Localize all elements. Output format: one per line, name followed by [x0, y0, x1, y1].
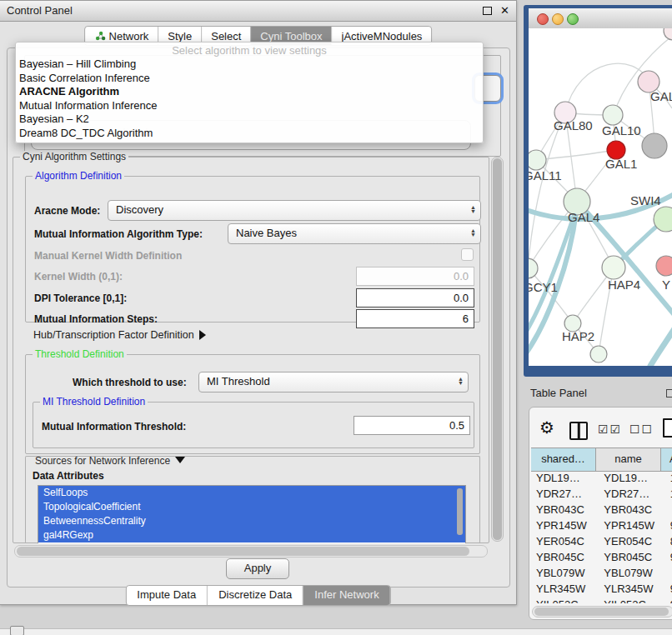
- node-label: GAL4: [568, 210, 599, 224]
- cyni-bottom-tabbar: Impute Data Discretize Data Infer Networ…: [125, 585, 390, 606]
- mi-threshold-definition-group: MI Threshold Definition Mutual Informati…: [33, 402, 474, 448]
- dpi-tolerance-field[interactable]: 0.0: [356, 288, 474, 308]
- which-threshold-label: Which threshold to use:: [73, 377, 187, 388]
- aracne-mode-select[interactable]: Discovery ▲▼: [108, 200, 481, 221]
- threshold-definition-group: Threshold Definition Which threshold to …: [25, 354, 480, 454]
- tab-discretize-data[interactable]: Discretize Data: [207, 586, 303, 605]
- mi-threshold-label: Mutual Information Threshold:: [42, 421, 186, 432]
- float-window-icon[interactable]: [666, 389, 672, 398]
- table-panel-title: Table Panel: [530, 387, 587, 399]
- table-row[interactable]: YBL079WYBL079W: [531, 565, 672, 581]
- node-label: SWI4: [630, 193, 661, 208]
- mi-type-select[interactable]: Naive Bayes ▲▼: [228, 223, 481, 244]
- node-label: GAL10: [602, 123, 641, 138]
- network-view-window: GAL80 GAL10 GAL1 GAL11 GAL4 SWI4 GCY1 HA…: [524, 5, 672, 377]
- mi-threshold-field[interactable]: 0.5: [354, 416, 470, 435]
- table-row[interactable]: YLR345WYLR345W9.: [531, 581, 672, 597]
- tab-impute-data[interactable]: Impute Data: [126, 586, 207, 605]
- float-window-icon[interactable]: [483, 7, 492, 15]
- gear-icon[interactable]: ⚙: [539, 418, 554, 438]
- table-row[interactable]: YBR043CYBR043C: [531, 502, 672, 518]
- manual-kernel-label: Manual Kernel Width Definition: [34, 250, 182, 262]
- node-cut-top[interactable]: [664, 28, 672, 40]
- manual-kernel-checkbox[interactable]: [461, 248, 474, 261]
- data-attributes-list[interactable]: SelfLoops TopologicalCoefficient Between…: [38, 485, 466, 543]
- algorithm-option[interactable]: Basic Correlation Inference: [16, 72, 483, 86]
- algorithm-definition-group: Algorithm Definition Aracne Mode: Discov…: [25, 176, 480, 322]
- node-hap4[interactable]: [602, 256, 625, 279]
- algorithm-prompt: Select algorithm to view settings: [16, 43, 483, 58]
- table-row[interactable]: YER054CYER054C8.: [531, 533, 672, 549]
- settings-horizontal-scrollbar[interactable]: [14, 545, 488, 558]
- node-cut-bottom[interactable]: [590, 346, 607, 362]
- list-item[interactable]: BetweennessCentrality: [38, 514, 465, 528]
- table-row[interactable]: YDR27…YDR27…12: [531, 486, 672, 502]
- algorithm-option[interactable]: Mutual Information Inference: [16, 99, 483, 113]
- hub-tf-definition-toggle[interactable]: Hub/Transcription Factor Definition: [33, 329, 206, 341]
- node-gal10[interactable]: [603, 105, 623, 125]
- list-item[interactable]: TopologicalCoefficient: [38, 500, 465, 514]
- zoom-traffic-light-icon[interactable]: [567, 13, 579, 25]
- node-label: Y: [662, 278, 670, 292]
- algorithm-option[interactable]: Bayesian – Hill Climbing: [16, 58, 483, 72]
- algorithm-option-selected[interactable]: ARACNE Algorithm: [16, 85, 483, 99]
- panel-restore-icon[interactable]: [10, 626, 24, 635]
- node-label: HAP2: [562, 329, 594, 343]
- tab-infer-network[interactable]: Infer Network: [303, 586, 389, 605]
- column-header-name[interactable]: name: [596, 448, 661, 471]
- algorithm-option[interactable]: Bayesian – K2: [16, 112, 483, 127]
- collapse-down-icon: [175, 457, 185, 463]
- close-icon[interactable]: ✕: [500, 3, 509, 18]
- table-row[interactable]: YDL19…YDL19…13: [531, 470, 672, 486]
- which-threshold-select[interactable]: MI Threshold ▲▼: [198, 372, 469, 392]
- sources-title[interactable]: Sources for Network Inference: [33, 456, 188, 467]
- split-columns-icon[interactable]: [569, 422, 588, 440]
- network-graph: GAL80 GAL10 GAL1 GAL11 GAL4 SWI4 GCY1 HA…: [529, 28, 672, 366]
- settings-vertical-scrollbar[interactable]: [491, 157, 504, 542]
- list-item[interactable]: SelfLoops: [38, 486, 465, 500]
- node-gal11[interactable]: [529, 150, 546, 170]
- network-window-titlebar: [529, 8, 672, 29]
- aracne-mode-label: Aracne Mode:: [34, 205, 100, 217]
- list-scrollbar[interactable]: [457, 488, 463, 535]
- node-label: GAL1: [605, 157, 637, 171]
- control-panel-titlebar: Control Panel ✕: [0, 1, 516, 22]
- expand-right-icon: [199, 330, 206, 340]
- deselect-all-checkboxes-icon[interactable]: ☐☐: [629, 422, 654, 436]
- mi-type-label: Mutual Information Algorithm Type:: [34, 228, 203, 240]
- close-traffic-light-icon[interactable]: [537, 13, 549, 25]
- table-panel: ⚙ ☑☑ ☐☐ shared… name A YDL19…YDL19…13 YD…: [529, 407, 672, 620]
- control-panel-window: Control Panel ✕ Network Style Select Cyn…: [0, 0, 517, 605]
- kernel-width-field[interactable]: 0.0: [356, 267, 474, 286]
- minimize-traffic-light-icon[interactable]: [552, 13, 564, 25]
- node-label: GAL: [650, 89, 672, 103]
- node-gcy1[interactable]: [529, 258, 538, 278]
- table-row[interactable]: YIL052CYIL052C9.: [531, 597, 672, 603]
- network-canvas[interactable]: GAL80 GAL10 GAL1 GAL11 GAL4 SWI4 GCY1 HA…: [529, 28, 672, 366]
- column-header-cut[interactable]: A: [661, 448, 672, 471]
- node-gray[interactable]: [642, 133, 667, 158]
- algorithm-dropdown-popup: Select algorithm to view settings Bayesi…: [15, 42, 484, 143]
- stepper-arrows-icon: ▲▼: [458, 374, 464, 385]
- list-item[interactable]: gal4RGexp: [38, 528, 465, 542]
- algorithm-definition-title: Algorithm Definition: [33, 170, 124, 182]
- table-header-row: shared… name A: [531, 448, 672, 472]
- column-header-shared-name[interactable]: shared…: [531, 448, 596, 471]
- table-row[interactable]: YBR045CYBR045C9.: [531, 549, 672, 565]
- table-body: YDL19…YDL19…13 YDR27…YDR27…12 YBR043CYBR…: [531, 470, 672, 603]
- node-label: GAL80: [554, 118, 593, 132]
- document-icon[interactable]: [663, 418, 672, 438]
- dpi-tolerance-label: DPI Tolerance [0,1]:: [34, 292, 127, 304]
- select-all-checkboxes-icon[interactable]: ☑☑: [598, 422, 622, 436]
- algorithm-option[interactable]: Dream8 DC_TDC Algorithm: [16, 127, 483, 141]
- data-attributes-label: Data Attributes: [33, 470, 104, 482]
- mi-steps-field[interactable]: 6: [356, 309, 474, 328]
- apply-button[interactable]: Apply: [226, 558, 289, 579]
- mi-threshold-definition-title: MI Threshold Definition: [40, 396, 148, 408]
- table-row[interactable]: YPR145WYPR145W9.: [531, 518, 672, 533]
- network-icon: [94, 31, 106, 42]
- node-salmon[interactable]: [656, 256, 672, 276]
- stepper-arrows-icon: ▲▼: [470, 226, 476, 237]
- sources-group: Sources for Network Inference Data Attri…: [25, 456, 480, 543]
- table-horizontal-scrollbar[interactable]: [532, 606, 672, 618]
